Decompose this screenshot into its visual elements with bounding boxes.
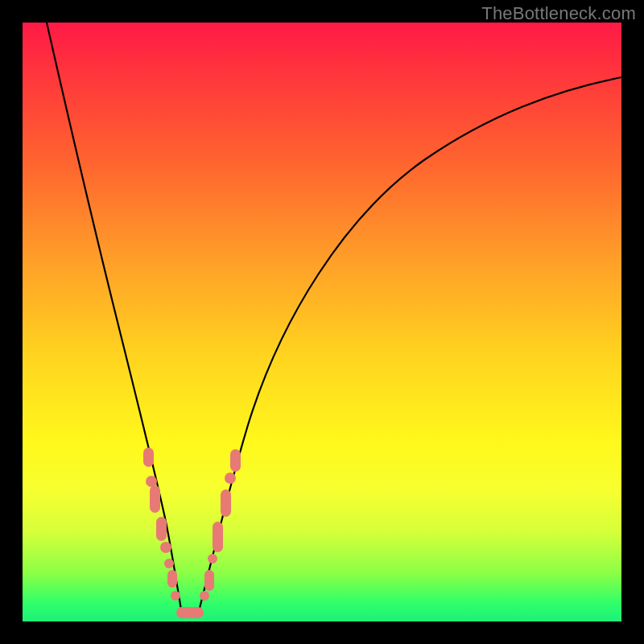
svg-rect-17 bbox=[230, 449, 241, 472]
svg-point-13 bbox=[208, 554, 217, 564]
svg-rect-12 bbox=[204, 570, 214, 591]
left-markers bbox=[143, 448, 180, 601]
watermark-text: TheBottleneck.com bbox=[481, 3, 636, 24]
svg-point-7 bbox=[171, 591, 180, 601]
valley-markers bbox=[176, 607, 204, 618]
svg-rect-14 bbox=[213, 522, 223, 552]
svg-point-4 bbox=[160, 542, 171, 553]
svg-point-5 bbox=[164, 559, 174, 568]
svg-point-16 bbox=[225, 473, 236, 484]
plot-area bbox=[23, 23, 621, 621]
svg-point-1 bbox=[146, 476, 157, 487]
svg-point-10 bbox=[192, 607, 204, 618]
svg-point-11 bbox=[200, 591, 209, 601]
chart-frame: TheBottleneck.com bbox=[0, 0, 644, 644]
svg-rect-3 bbox=[156, 517, 167, 541]
curve-layer bbox=[23, 23, 621, 621]
svg-rect-15 bbox=[221, 489, 231, 517]
svg-rect-6 bbox=[167, 570, 177, 588]
svg-rect-0 bbox=[143, 448, 154, 467]
right-curve bbox=[198, 77, 621, 614]
svg-point-9 bbox=[176, 607, 188, 618]
svg-rect-2 bbox=[150, 485, 160, 513]
